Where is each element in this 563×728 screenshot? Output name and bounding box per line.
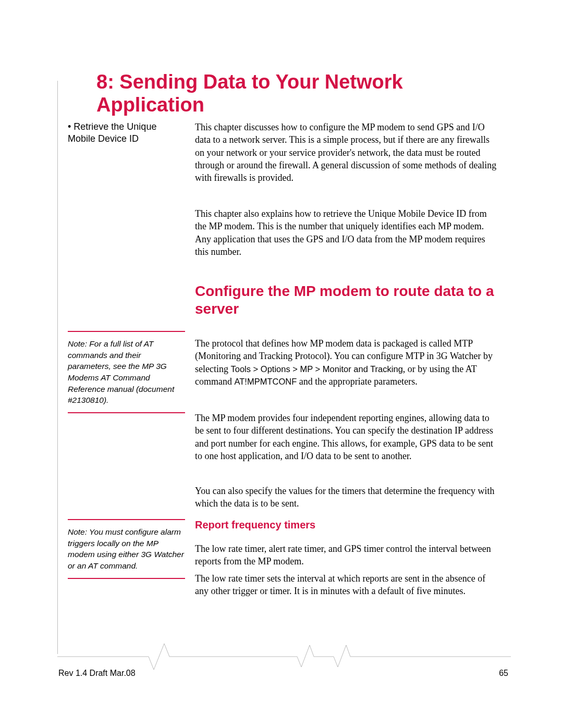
note-top-rule — [68, 331, 185, 332]
report-paragraph-2: The low rate timer sets the interval at … — [195, 572, 498, 598]
intro-paragraph-2: This chapter also explains how to retrie… — [195, 207, 498, 258]
config-paragraph-1: The protocol that defines how MP modem d… — [195, 337, 498, 388]
note-top-rule — [68, 519, 185, 520]
footer-revision-text: Rev 1.4 Draft Mar.08 — [58, 669, 136, 678]
sidebar-bullet-item: • Retrieve the Unique Mobile Device ID — [68, 121, 182, 145]
sidebar-note-at-commands: Note: For a full list of AT commands and… — [68, 331, 185, 413]
footer-ecg-decoration — [57, 641, 511, 672]
menu-path-text: Tools > Options > MP > Monitor and Track… — [230, 364, 402, 374]
document-page: 8: Sending Data to Your Network Applicat… — [0, 0, 563, 728]
config-paragraph-2: The MP modem provides four independent r… — [195, 412, 498, 462]
sidebar-note-alarm-triggers: Note: You must configure alarm triggers … — [68, 519, 185, 579]
config-paragraph-3: You can also specify the values for the … — [195, 485, 498, 510]
chapter-title: 8: Sending Data to Your Network Applicat… — [96, 71, 513, 116]
note-bottom-rule — [68, 578, 185, 579]
note-text: Note: For a full list of AT commands and… — [68, 338, 185, 406]
sidebar-bullet-text: Retrieve the Unique Mobile Device ID — [68, 121, 156, 144]
report-paragraph-1: The low rate timer, alert rate timer, an… — [195, 542, 498, 568]
config-para1-end: and the appropriate parameters. — [297, 376, 417, 387]
left-margin-line — [57, 81, 58, 654]
bullet-marker: • — [68, 121, 74, 132]
at-command-text: AT!MPMTCONF — [234, 377, 297, 386]
intro-paragraph-1: This chapter discusses how to configure … — [195, 121, 498, 184]
subsection-heading-timers: Report frequency timers — [195, 519, 498, 531]
footer-page-number: 65 — [499, 669, 508, 678]
note-text: Note: You must configure alarm triggers … — [68, 526, 185, 572]
section-heading-configure: Configure the MP modem to route data to … — [195, 282, 498, 317]
note-bottom-rule — [68, 412, 185, 413]
